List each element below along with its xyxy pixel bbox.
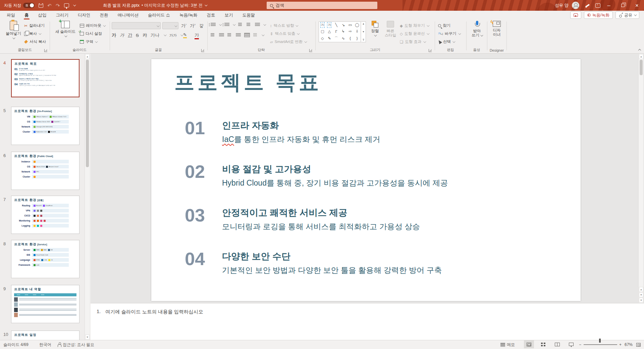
collapse-ribbon-icon[interactable] [638, 49, 641, 52]
shape-glyph-8[interactable]: Γ [335, 30, 337, 34]
designer-button[interactable]: 디자이너 [489, 21, 504, 52]
reading-view-button[interactable] [552, 340, 562, 348]
shape-glyph-13[interactable]: ✎ [328, 36, 331, 41]
slide-number-indicator[interactable]: 슬라이드 4/69 [3, 340, 29, 349]
tab-슬라이드 쇼[interactable]: 슬라이드 쇼 [143, 11, 175, 19]
drawing-dialog-launcher-icon[interactable] [429, 49, 432, 52]
shape-glyph-14[interactable]: ⌒ [334, 36, 338, 41]
tab-도움말[interactable]: 도움말 [237, 11, 260, 19]
user-name[interactable]: 성우 양 [555, 3, 569, 8]
start-presentation-icon[interactable] [64, 3, 69, 7]
canvas-scroll-down-icon[interactable]: ▼ [639, 298, 643, 303]
text-shadow-button[interactable]: 캬 [143, 32, 147, 38]
minimize-button[interactable]: ─ [602, 0, 616, 11]
next-slide-icon[interactable]: ▼ [639, 292, 643, 297]
record-button[interactable]: 녹음/녹화 [584, 11, 613, 19]
thumbnail-scrollbar[interactable]: ▲ ▼ [85, 54, 90, 340]
thumbnail-slide-9[interactable]: 프로젝트 내 역할 [11, 285, 79, 323]
tab-홈[interactable]: 홈 [20, 11, 34, 19]
layout-button[interactable]: 레이아웃 [80, 22, 105, 29]
tab-전환[interactable]: 전환 [95, 11, 113, 19]
cut-button[interactable]: ✂잘라내기 [24, 22, 46, 29]
slideshow-button[interactable] [566, 340, 576, 348]
canvas-scrollbar-thumb[interactable] [640, 60, 643, 75]
thumbnail-scroll-up-icon[interactable]: ▲ [85, 54, 90, 59]
slide-goal-item-02[interactable]: 02비용 절감 및 고가용성Hybrid Cloud를 통해 중, 장기 비용 … [185, 162, 448, 188]
convert-smartart-button[interactable]: ▱SmartArt로 변환 [270, 38, 306, 45]
shape-fill-button[interactable]: ◆도형 채우기 [400, 22, 429, 29]
quick-access-chevron-icon[interactable] [73, 3, 76, 6]
slide-title[interactable]: 프로젝트 목표 [174, 69, 322, 96]
clipboard-dialog-launcher-icon[interactable] [44, 49, 47, 52]
tab-file[interactable]: 파일 [2, 11, 20, 19]
autosave-switch[interactable]: 켬 [23, 3, 35, 8]
reset-button[interactable]: 다시 설정 [80, 30, 105, 37]
previous-slide-icon[interactable]: ▲ [639, 287, 643, 292]
find-button[interactable]: 찾기 [438, 22, 460, 29]
share-button[interactable]: 공유 [615, 11, 639, 19]
notes-placeholder-text[interactable]: 여기에 슬라이드 노트의 내용을 입력하십시오 [105, 309, 203, 315]
increase-indent-icon[interactable] [247, 23, 252, 27]
shape-glyph-12[interactable]: ◇ [321, 36, 324, 41]
section-button[interactable]: 구역 [80, 38, 105, 45]
shape-glyph-2[interactable]: ╲ [335, 23, 337, 27]
thumbnail-slide-7[interactable]: 프로젝트 환경[공통]RoutingRoute53CloudFrontVPNCI… [11, 196, 79, 234]
shrink-font-button[interactable]: 가˅ [190, 23, 196, 29]
bold-button[interactable]: 가 [112, 32, 116, 38]
font-size-combobox[interactable] [162, 22, 178, 29]
copy-button[interactable]: 복사 [24, 30, 46, 37]
restore-button[interactable] [616, 0, 630, 11]
shape-glyph-15[interactable]: ∿ [342, 36, 345, 41]
autosave-toggle[interactable]: 자동 저장 켬 [4, 3, 35, 8]
paragraph-dialog-launcher-icon[interactable] [309, 49, 312, 52]
font-color-button[interactable]: 가 [195, 32, 199, 39]
normal-view-button[interactable] [524, 340, 534, 348]
avatar[interactable] [572, 2, 579, 9]
clear-formatting-button[interactable]: 갛 [199, 23, 204, 29]
replace-button[interactable]: 바꾸기 [438, 30, 460, 37]
shape-glyph-7[interactable]: △ [328, 29, 331, 34]
undo-icon[interactable]: ↶ [47, 3, 52, 8]
text-align-button[interactable]: ⇕텍스트 맞춤 [270, 30, 306, 37]
shape-glyph-10[interactable]: ⇨ [348, 29, 352, 34]
grow-font-button[interactable]: 가^ [181, 23, 186, 29]
redo-icon[interactable]: ↷ [56, 3, 60, 8]
ink-pen-icon[interactable] [585, 3, 589, 8]
numbering-icon[interactable] [224, 23, 229, 27]
zoom-level[interactable]: 67% [625, 340, 633, 349]
zoom-slider[interactable] [584, 340, 617, 349]
text-highlight-color-button[interactable]: ✎ [183, 32, 187, 38]
tab-검토[interactable]: 검토 [202, 11, 220, 19]
arrange-button[interactable]: 정렬 [368, 21, 382, 52]
accessibility-indicator[interactable]: 접근성: 조사 필요 [58, 340, 94, 349]
align-left-icon[interactable] [211, 33, 216, 37]
font-dialog-launcher-icon[interactable] [201, 49, 204, 52]
shape-glyph-4[interactable]: ▭ [348, 23, 352, 27]
zoom-slider-thumb[interactable] [599, 339, 601, 343]
thumbnail-scrollbar-thumb[interactable] [86, 60, 89, 167]
shape-effects-button[interactable]: ❏도형 효과 [400, 38, 429, 45]
character-spacing-button[interactable]: 가나 [151, 32, 160, 38]
quick-styles-button[interactable]: 빠른스타일 [383, 21, 398, 52]
tab-디자인[interactable]: 디자인 [73, 11, 95, 19]
ribbon-display-options-icon[interactable] [595, 3, 600, 8]
zoom-in-button[interactable]: + [619, 340, 622, 349]
save-icon[interactable] [39, 3, 43, 8]
shape-outline-button[interactable]: ◇도형 윤곽선 [400, 30, 429, 37]
fit-to-window-button[interactable] [636, 340, 641, 349]
shape-glyph-9[interactable]: ↳ [342, 29, 345, 34]
shape-glyph-17[interactable]: } [357, 36, 358, 40]
shape-glyph-6[interactable]: ▢ [321, 29, 324, 34]
bullets-icon[interactable] [211, 23, 216, 27]
columns-icon[interactable] [244, 33, 250, 37]
strikethrough-button[interactable]: S [136, 33, 139, 38]
paste-button[interactable]: 붙여넣기 [4, 21, 23, 52]
text-direction-button[interactable]: ↕텍스트 방향 [270, 22, 306, 29]
thumbnail-slide-6[interactable]: 프로젝트 환경[Public Cloud]InstanceOSUbuntu 20… [11, 152, 79, 190]
change-case-button[interactable]: 가가 [169, 33, 177, 38]
tab-삽입[interactable]: 삽입 [34, 11, 51, 19]
add-remove-columns-icon[interactable] [253, 33, 258, 37]
canvas-scroll-up-icon[interactable]: ▲ [639, 54, 643, 59]
search-input[interactable]: 검색 [267, 2, 377, 9]
shape-glyph-11[interactable]: ⇩ [356, 29, 359, 34]
